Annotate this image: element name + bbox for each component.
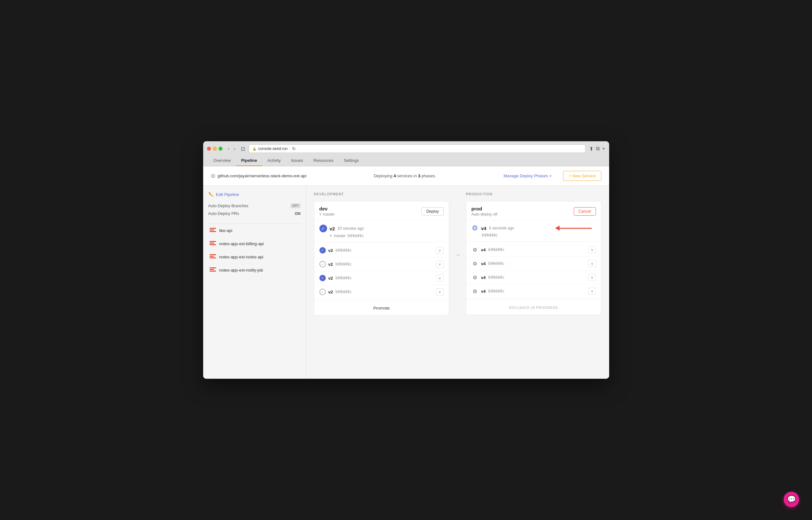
tab-overview[interactable]: Overview <box>208 155 236 166</box>
prod-chevron-down-button-0[interactable]: ∨ <box>588 246 596 253</box>
minimize-button[interactable] <box>213 147 217 151</box>
sidebar-toggle-button[interactable]: ⊡ <box>241 146 245 152</box>
reload-button[interactable]: ↻ <box>292 146 296 151</box>
prod-service-row-1: ⚙ v4 b99d49c ∨ <box>466 257 601 270</box>
dev-svc-version-3: v2 <box>328 290 333 294</box>
dev-stage-footer: Promote <box>314 300 449 315</box>
dev-svc-hash-1: b99d49c <box>335 262 352 266</box>
prod-version: v4 <box>481 226 486 231</box>
browser-window: ‹ › ⊡ 🔒 console.seed.run ↻ ⬆ ⧉ + Overvie… <box>203 141 609 379</box>
dev-card-header: dev Y master Deploy <box>314 202 449 221</box>
dev-branch-name: master <box>323 212 335 216</box>
prod-svc-hash-2: b99d49c <box>488 275 505 280</box>
prod-auto-deploy: Auto-deploy off <box>472 212 498 216</box>
url-text: console.seed.run <box>258 147 287 151</box>
red-arrow-indicator <box>555 226 592 231</box>
tab-pipeline[interactable]: Pipeline <box>236 155 262 166</box>
dev-commit-hash: b99d49c <box>348 234 364 238</box>
meta-branch-icon: Y <box>330 234 332 238</box>
service-name: notes-app-ext-notes-api <box>219 255 263 259</box>
deploy-button[interactable]: Deploy <box>422 207 444 215</box>
service-item-notes-api[interactable]: notes-app-ext-notes-api <box>208 250 301 263</box>
service-icon <box>210 241 216 246</box>
gear-icon-1: ⚙ <box>472 260 478 267</box>
tab-resources[interactable]: Resources <box>308 155 338 166</box>
prod-card-header: prod Auto-deploy off Cancel <box>466 202 601 221</box>
auto-deploy-label: Auto-deploy off <box>472 212 498 216</box>
chat-icon: 💬 <box>787 495 796 503</box>
check-icon-filled: ✓ <box>320 247 326 254</box>
tab-issues[interactable]: Issues <box>286 155 308 166</box>
dev-svc-version-0: v2 <box>328 248 333 253</box>
tab-settings[interactable]: Settings <box>338 155 364 166</box>
repo-link[interactable]: ⊙ github.com/jayair/serverless-stack-dem… <box>211 173 306 179</box>
cancel-button[interactable]: Cancel <box>574 207 596 215</box>
forward-button[interactable]: › <box>232 146 237 152</box>
prod-chevron-down-button-1[interactable]: ∨ <box>588 260 596 267</box>
github-icon: ⊙ <box>211 173 215 179</box>
development-header: DEVELOPMENT <box>314 192 450 196</box>
chevron-down-button-0[interactable]: ∨ <box>436 247 444 254</box>
chevron-down-button-3[interactable]: ∨ <box>436 288 444 295</box>
browser-chrome: ‹ › ⊡ 🔒 console.seed.run ↻ ⬆ ⧉ + Overvie… <box>203 141 609 166</box>
prod-svc-hash-3: b99d49c <box>488 289 505 293</box>
service-item-like-api[interactable]: like-api <box>208 224 301 237</box>
prod-service-row-0: ⚙ v4 b99d49c ∨ <box>466 243 601 257</box>
prod-service-row-2: ⚙ v4 b99d49c ∨ <box>466 270 601 284</box>
promote-button[interactable]: Promote <box>373 306 389 311</box>
sidebar: ✏️ Edit Pipeline Auto-Deploy Branches OF… <box>203 186 306 379</box>
edit-pipeline-button[interactable]: ✏️ Edit Pipeline <box>208 192 239 197</box>
deploy-count: 4 <box>394 174 396 178</box>
maximize-button[interactable] <box>219 147 223 151</box>
repo-name: github.com/jayair/serverless-stack-demo-… <box>218 174 306 178</box>
tab-activity[interactable]: Activity <box>262 155 286 166</box>
chat-button[interactable]: 💬 <box>784 492 799 507</box>
deploy-phases: 3 <box>418 174 420 178</box>
service-item-notify-job[interactable]: notes-app-ext-notify-job <box>208 263 301 277</box>
service-name: notes-app-ext-billing-api <box>219 241 264 246</box>
prod-commit-hash: b99d49c <box>482 233 498 237</box>
prod-service-rows: ⚙ v4 b99d49c ∨ ⚙ v4 <box>466 242 601 300</box>
dev-branch: Y master <box>320 212 335 216</box>
prod-deploy-time: 6 seconds ago <box>489 226 514 230</box>
service-name: like-api <box>219 228 232 233</box>
prod-stage-name: prod <box>472 206 498 211</box>
production-card: prod Auto-deploy off Cancel ⚙ <box>466 201 602 315</box>
dev-meta-branch: master <box>334 234 346 238</box>
auto-deploy-prs-label: Auto-Deploy PRs <box>208 211 239 216</box>
auto-deploy-branches-value: OFF <box>290 203 301 208</box>
dev-service-row-2: ✓ v2 b99d49c ∨ <box>314 271 449 285</box>
dev-deploy-time: 20 minutes ago <box>337 226 364 231</box>
add-tab-button[interactable]: + <box>602 146 605 152</box>
dev-deploy-meta: Y master b99d49c <box>320 234 444 238</box>
prod-service-row-3: ⚙ v4 b99d49c ∨ <box>466 284 601 298</box>
dev-service-rows: ✓ v2 b99d49c ∨ ✓ v2 <box>314 242 449 300</box>
prod-chevron-down-button-3[interactable]: ∨ <box>588 288 596 295</box>
new-tab-button[interactable]: ⧉ <box>596 146 600 152</box>
service-item-billing-api[interactable]: notes-app-ext-billing-api <box>208 237 301 250</box>
pipeline-layout: ✏️ Edit Pipeline Auto-Deploy Branches OF… <box>203 186 609 379</box>
chevron-down-button-2[interactable]: ∨ <box>436 275 444 282</box>
stage-arrow: → <box>449 192 466 316</box>
dev-service-row-3: ✓ v2 b99d49c ∨ <box>314 285 449 299</box>
share-button[interactable]: ⬆ <box>589 146 593 152</box>
close-button[interactable] <box>207 147 211 151</box>
production-section: PRODUCTION prod Auto-deploy off Cancel <box>466 192 602 316</box>
prod-chevron-down-button-2[interactable]: ∨ <box>588 274 596 281</box>
chevron-down-button-1[interactable]: ∨ <box>436 261 444 268</box>
dev-service-row-1: ✓ v2 b99d49c ∨ <box>314 257 449 271</box>
manage-deploy-phases-button[interactable]: Manage Deploy Phases > <box>504 174 552 178</box>
service-icon <box>210 228 216 233</box>
new-service-button[interactable]: + New Service <box>563 171 601 181</box>
check-icon-outline-3: ✓ <box>320 289 326 295</box>
prod-deploy-meta: b99d49c <box>472 233 596 237</box>
prod-svc-hash-1: b99d49c <box>488 261 505 266</box>
arrow-shaft <box>560 228 592 229</box>
address-bar[interactable]: 🔒 console.seed.run ↻ <box>249 145 585 153</box>
back-button[interactable]: ‹ <box>226 146 231 152</box>
edit-pipeline-label: Edit Pipeline <box>216 192 239 197</box>
dev-deploy-status: ✓ v2 20 minutes ago Y master b99d49c <box>314 221 449 242</box>
dev-svc-version-2: v2 <box>328 276 333 281</box>
check-icon-filled-2: ✓ <box>320 275 326 281</box>
auto-deploy-branches-label: Auto-Deploy Branches <box>208 204 249 208</box>
